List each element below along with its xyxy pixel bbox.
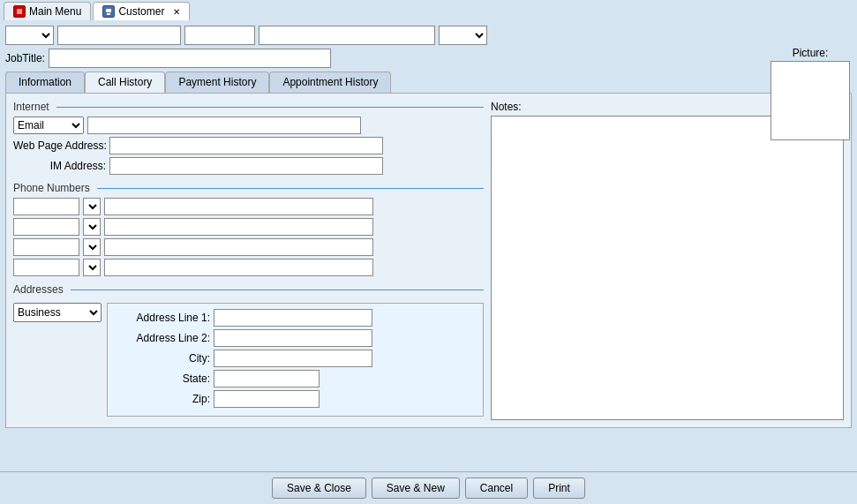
addr-line1-input[interactable] [214,309,372,327]
email-input[interactable] [87,117,361,134]
main-menu-tab[interactable]: Main Menu [4,2,91,20]
save-new-button[interactable]: Save & New [372,478,460,499]
save-close-button[interactable]: Save & Close [272,478,366,499]
addr-line2-input[interactable] [214,329,372,347]
close-tab-icon[interactable]: ✕ [173,7,180,17]
main-menu-label: Main Menu [29,5,81,18]
customer-tab[interactable]: Customer ✕ [93,2,190,20]
print-button[interactable]: Print [533,478,585,499]
picture-box[interactable] [771,61,850,140]
address-inner: Address Line 1: Address Line 2: City: [107,303,484,417]
addr-state-label: State: [113,372,210,385]
phone-select-3[interactable]: ▼ [83,238,101,256]
customer-icon [102,5,115,18]
addr-line2-row: Address Line 2: [113,329,477,347]
phone-select-2[interactable]: ▼ [83,218,101,236]
tab-information[interactable]: Information [5,71,85,93]
name-row: Mr. Mrs. Ms. Dr. Jr. Sr. [5,26,852,45]
phone-row-3: ▼ [13,238,484,256]
phone-number-2[interactable] [104,218,373,236]
addr-city-row: City: [113,350,477,367]
tab-left-content: Internet Email Email 2 Email 3 Web Page … [13,101,484,420]
cancel-button[interactable]: Cancel [465,478,528,499]
webpage-row: Web Page Address: [13,137,484,154]
tabs-container: Information Call History Payment History… [5,71,852,93]
svg-rect-5 [106,9,111,12]
webpage-input[interactable] [109,137,383,154]
internet-section-title: Internet [13,101,484,113]
notes-textarea[interactable] [491,116,844,420]
customer-label: Customer [118,5,164,18]
picture-label: Picture: [771,47,850,59]
phone-type-1[interactable] [13,198,79,215]
picture-area: Picture: [771,47,850,140]
middle-name-input[interactable] [184,26,255,45]
bottom-bar: Save & Close Save & New Cancel Print [0,471,857,504]
jobtitle-row: JobTitle: [5,49,852,68]
salutation-select[interactable]: Mr. Mrs. Ms. Dr. [5,26,54,45]
phone-section-title: Phone Numbers [13,182,484,194]
addr-zip-label: Zip: [113,393,210,405]
addr-city-input[interactable] [214,350,372,367]
internet-section: Internet Email Email 2 Email 3 Web Page … [13,101,484,175]
main-content: Mr. Mrs. Ms. Dr. Jr. Sr. JobTitle: Pictu… [0,22,857,432]
addr-zip-input[interactable] [214,390,319,408]
jobtitle-input[interactable] [49,49,331,68]
addr-city-label: City: [113,352,210,365]
addr-state-input[interactable] [214,370,319,387]
phone-type-2[interactable] [13,218,79,236]
phone-row-1: ▼ [13,198,484,215]
email-row: Email Email 2 Email 3 [13,117,484,134]
tab-panel: Internet Email Email 2 Email 3 Web Page … [5,93,852,428]
im-input[interactable] [109,157,383,175]
im-row: IM Address: [13,157,484,175]
addr-zip-row: Zip: [113,390,477,408]
title-bar: Main Menu Customer ✕ [0,0,857,22]
phone-type-4[interactable] [13,259,79,276]
addr-line2-label: Address Line 2: [113,332,210,344]
suffix-select[interactable]: Jr. Sr. [439,26,487,45]
tab-payment-history[interactable]: Payment History [165,71,269,93]
address-type-select[interactable]: Business Home Other [13,303,101,322]
addresses-section: Addresses Business Home Other Address Li… [13,283,484,417]
phone-select-1[interactable]: ▼ [83,198,101,215]
phone-number-3[interactable] [104,238,373,256]
tab-call-history[interactable]: Call History [85,71,165,93]
phone-number-4[interactable] [104,259,373,276]
phone-section: Phone Numbers ▼ ▼ [13,182,484,276]
addresses-section-title: Addresses [13,283,484,296]
last-name-input[interactable] [259,26,435,45]
email-type-select[interactable]: Email Email 2 Email 3 [13,117,84,134]
webpage-label: Web Page Address: [13,139,106,152]
addr-line1-row: Address Line 1: [113,309,477,327]
phone-select-4[interactable]: ▼ [83,259,101,276]
phone-type-3[interactable] [13,238,79,256]
main-menu-icon [13,5,26,18]
phone-row-4: ▼ [13,259,484,276]
tab-right-content: Notes: [491,101,844,420]
im-label: IM Address: [13,160,106,172]
phone-number-1[interactable] [104,198,373,215]
addr-line1-label: Address Line 1: [113,312,210,324]
addr-state-row: State: [113,370,477,387]
jobtitle-label: JobTitle: [5,52,45,64]
phone-row-2: ▼ [13,218,484,236]
tab-appointment-history[interactable]: Appointment History [269,71,391,93]
first-name-input[interactable] [57,26,181,45]
svg-rect-6 [107,13,110,15]
